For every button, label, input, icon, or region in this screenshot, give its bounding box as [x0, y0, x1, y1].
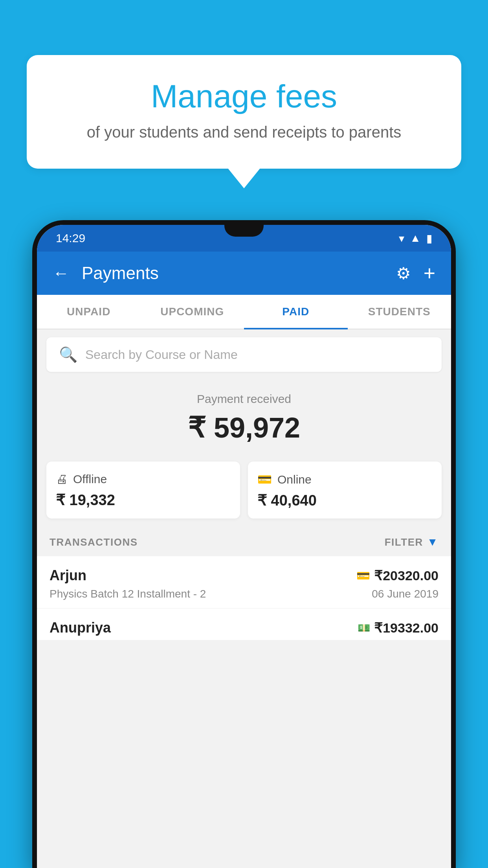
- filter-button[interactable]: FILTER ▼: [385, 536, 438, 548]
- speech-bubble-title: Manage fees: [58, 79, 430, 114]
- table-row[interactable]: Anupriya 💵 ₹19332.00: [37, 609, 451, 640]
- tab-unpaid[interactable]: UNPAID: [37, 295, 141, 329]
- filter-icon: ▼: [427, 536, 438, 548]
- status-time: 14:29: [56, 232, 85, 245]
- filter-label: FILTER: [385, 536, 423, 548]
- offline-card-header: 🖨 Offline: [56, 473, 231, 486]
- tab-paid[interactable]: PAID: [244, 295, 348, 329]
- search-bar[interactable]: 🔍 Search by Course or Name: [46, 337, 442, 372]
- speech-bubble-wrapper: Manage fees of your students and send re…: [27, 55, 461, 188]
- battery-icon: ▮: [426, 232, 432, 245]
- add-icon[interactable]: +: [424, 261, 435, 285]
- online-card: 💳 Online ₹ 40,640: [248, 462, 442, 519]
- transactions-header: TRANSACTIONS FILTER ▼: [37, 528, 451, 556]
- phone-inner: 14:29 ▾ ▲ ▮ ← Payments ⚙ + UNPAID UPCOMI…: [37, 225, 451, 868]
- speech-bubble-tail: [227, 168, 261, 188]
- online-amount: ₹ 40,640: [257, 492, 432, 509]
- tabs-container: UNPAID UPCOMING PAID STUDENTS: [37, 295, 451, 329]
- speech-bubble-subtitle: of your students and send receipts to pa…: [58, 123, 430, 141]
- card-payment-icon: 💳: [356, 569, 370, 582]
- transactions-label: TRANSACTIONS: [50, 536, 138, 548]
- tab-upcoming[interactable]: UPCOMING: [141, 295, 244, 329]
- transaction-partial-top: Anupriya 💵 ₹19332.00: [50, 620, 438, 636]
- transaction-date: 06 June 2019: [372, 588, 438, 600]
- transaction-amount: ₹20320.00: [374, 568, 438, 583]
- transaction-top: Arjun 💳 ₹20320.00: [50, 567, 438, 584]
- app-bar-title: Payments: [82, 263, 387, 283]
- signal-icon: ▲: [410, 232, 421, 245]
- offline-icon: 🖨: [56, 473, 68, 486]
- table-row[interactable]: Arjun 💳 ₹20320.00 Physics Batch 12 Insta…: [37, 556, 451, 609]
- payment-received-amount: ₹ 59,972: [46, 411, 442, 444]
- payment-received-label: Payment received: [46, 392, 442, 406]
- speech-bubble: Manage fees of your students and send re…: [27, 55, 461, 169]
- back-button[interactable]: ←: [53, 264, 69, 283]
- payment-cards: 🖨 Offline ₹ 19,332 💳 Online ₹ 40,640: [37, 462, 451, 528]
- notch: [224, 225, 264, 237]
- transaction-amount: ₹19332.00: [374, 620, 438, 636]
- status-icons: ▾ ▲ ▮: [399, 232, 432, 245]
- offline-amount: ₹ 19,332: [56, 491, 231, 509]
- transaction-name: Anupriya: [50, 620, 111, 636]
- offline-label: Offline: [73, 473, 107, 486]
- transaction-name: Arjun: [50, 567, 86, 584]
- search-icon: 🔍: [59, 346, 77, 363]
- transactions-list: Arjun 💳 ₹20320.00 Physics Batch 12 Insta…: [37, 556, 451, 640]
- tab-students[interactable]: STUDENTS: [348, 295, 451, 329]
- app-bar: ← Payments ⚙ +: [37, 252, 451, 295]
- phone-frame: 14:29 ▾ ▲ ▮ ← Payments ⚙ + UNPAID UPCOMI…: [32, 220, 456, 868]
- payment-received-section: Payment received ₹ 59,972: [37, 380, 451, 462]
- transaction-amount-wrap: 💳 ₹20320.00: [356, 568, 438, 583]
- app-bar-actions: ⚙ +: [396, 261, 435, 285]
- online-icon: 💳: [257, 473, 272, 486]
- search-container: 🔍 Search by Course or Name: [37, 329, 451, 380]
- settings-icon[interactable]: ⚙: [396, 264, 411, 283]
- search-placeholder: Search by Course or Name: [85, 348, 238, 362]
- offline-card: 🖨 Offline ₹ 19,332: [46, 462, 240, 519]
- transaction-course: Physics Batch 12 Installment - 2: [50, 588, 206, 600]
- transaction-amount-wrap: 💵 ₹19332.00: [358, 620, 438, 636]
- cash-payment-icon: 💵: [358, 622, 370, 634]
- online-label: Online: [277, 473, 312, 486]
- wifi-icon: ▾: [399, 232, 404, 245]
- transaction-bottom: Physics Batch 12 Installment - 2 06 June…: [50, 588, 438, 600]
- online-card-header: 💳 Online: [257, 473, 432, 486]
